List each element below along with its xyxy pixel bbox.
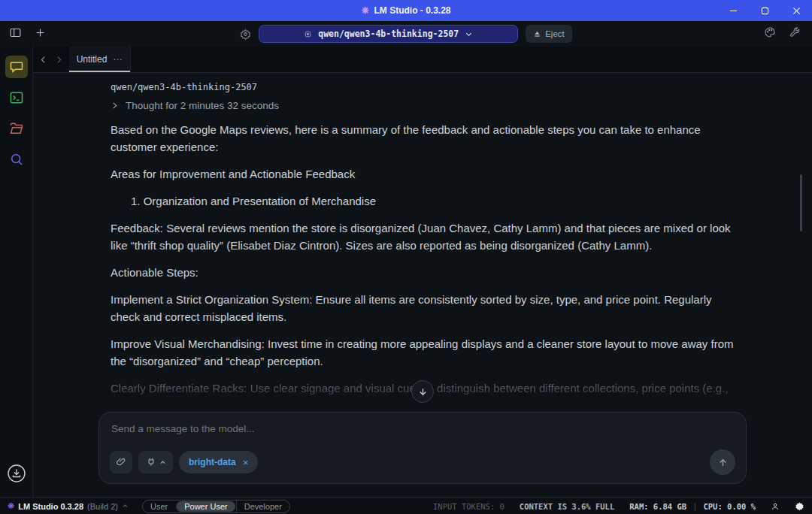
terminal-icon [9,90,24,105]
plug-icon [146,457,156,467]
download-icon [6,463,27,484]
message-paragraph: Implement a Strict Organization System: … [111,291,735,325]
input-tokens-label: INPUT TOKENS: 0 [433,502,504,511]
new-chat-button[interactable] [34,26,47,42]
close-button[interactable] [780,0,812,21]
lm-studio-window: ❋ LM Studio - 0.3.28 [0,0,812,514]
ram-usage-label: RAM: 6.84 GB [629,502,686,511]
message-input[interactable]: Send a message to the model... [111,423,734,434]
search-icon [9,152,24,167]
scrollbar-thumb[interactable] [800,174,802,231]
minimize-button[interactable] [717,0,749,21]
sidebar-item-discover[interactable] [5,148,28,171]
titlebar: ❋ LM Studio - 0.3.28 [0,0,812,21]
mode-segment[interactable]: User [143,500,175,512]
build-label: (Build 2) [87,502,118,511]
window-title-text: LM Studio - 0.3.28 [374,5,451,16]
toolbar: qwen/qwen3-4b-thinking-2507 Eject [0,21,812,47]
message-paragraph: Actionable Steps: [111,264,735,281]
sidebar-item-chat[interactable] [5,56,28,78]
user-mode-selector[interactable]: UserPower UserDeveloper [142,500,290,513]
message-body: Based on the Google Maps reviews, here i… [111,121,735,397]
sidebar-item-my-models[interactable] [5,117,28,140]
app-version-label: LM Studio 0.3.28 [18,502,83,511]
version-chevron-up-icon[interactable] [122,503,129,509]
attach-file-button[interactable] [110,451,132,473]
chat-bubble-icon [9,59,24,74]
send-message-button[interactable] [710,449,735,475]
message-composer[interactable]: Send a message to the model... br [98,412,747,484]
chevron-right-icon [111,101,119,110]
eject-button[interactable]: Eject [526,25,572,43]
chat-content-area[interactable]: qwen/qwen3-4b-thinking-2507 Thought for … [33,73,812,497]
cpu-usage-label: CPU: 0.00 % [703,502,756,511]
folder-icon [9,121,24,136]
sidebar-toggle-button[interactable] [9,26,22,42]
chevron-up-icon [159,455,166,469]
arrow-down-icon [417,386,429,398]
model-settings-gear-icon[interactable] [240,29,251,40]
mode-segment[interactable]: Developer [236,500,289,512]
composer-controls: bright-data × [110,449,735,475]
left-sidebar [0,47,33,497]
message-paragraph: Areas for Improvement and Actionable Fee… [111,165,735,183]
scroll-to-bottom-button[interactable] [411,380,434,403]
plugin-pill-label: bright-data [189,457,236,467]
maximize-button[interactable] [749,0,780,21]
window-controls [717,0,812,21]
user-account-icon[interactable] [771,502,780,511]
window-title: ❋ LM Studio - 0.3.28 [0,0,812,21]
context-usage-label: CONTEXT IS 3.6% FULL [520,502,614,511]
thinking-block-toggle[interactable]: Thought for 2 minutes 32 seconds [111,100,735,111]
message-paragraph: Based on the Google Maps reviews, here i… [111,121,735,156]
nav-back-button[interactable] [36,50,50,68]
nav-forward-button[interactable] [52,50,66,68]
theme-palette-icon[interactable] [764,26,776,41]
status-bar: ❋ LM Studio 0.3.28 (Build 2) UserPower U… [0,497,812,514]
eject-icon [533,30,541,38]
tab-untitled[interactable]: Untitled ⋯ [69,47,131,72]
paperclip-icon [116,457,126,467]
separator: | [692,502,697,511]
plugin-pill-bright-data[interactable]: bright-data × [179,451,258,473]
tab-bar: Untitled ⋯ [33,47,812,73]
lm-studio-logo-icon: ❋ [361,5,368,16]
model-chip-icon [304,30,312,38]
tab-label: Untitled [77,54,108,65]
remove-plugin-icon[interactable]: × [243,457,249,468]
message-paragraph: Feedback: Several reviews mention the st… [111,219,735,254]
downloads-button[interactable] [6,463,27,487]
model-selector[interactable]: qwen/qwen3-4b-thinking-2507 [259,25,518,43]
settings-gear-icon[interactable] [795,501,804,511]
sidebar-item-developer[interactable] [5,86,28,109]
responding-model-name: qwen/qwen3-4b-thinking-2507 [111,82,735,92]
arrow-up-icon [717,457,729,468]
plugins-button[interactable] [138,451,173,473]
lm-studio-logo-icon-small: ❋ [8,501,14,511]
eject-label: Eject [545,29,565,38]
developer-tools-wrench-icon[interactable] [789,26,801,41]
tab-menu-icon[interactable]: ⋯ [113,54,123,65]
message-paragraph: Improve Visual Merchandising: Invest tim… [111,335,735,370]
thought-duration-label: Thought for 2 minutes 32 seconds [126,100,279,111]
model-selector-label: qwen/qwen3-4b-thinking-2507 [318,29,459,39]
chevron-down-icon [465,30,473,38]
assistant-message: qwen/qwen3-4b-thinking-2507 Thought for … [111,73,735,397]
mode-segment[interactable]: Power User [176,501,235,512]
message-paragraph: 1. Organization and Presentation of Merc… [111,192,735,210]
